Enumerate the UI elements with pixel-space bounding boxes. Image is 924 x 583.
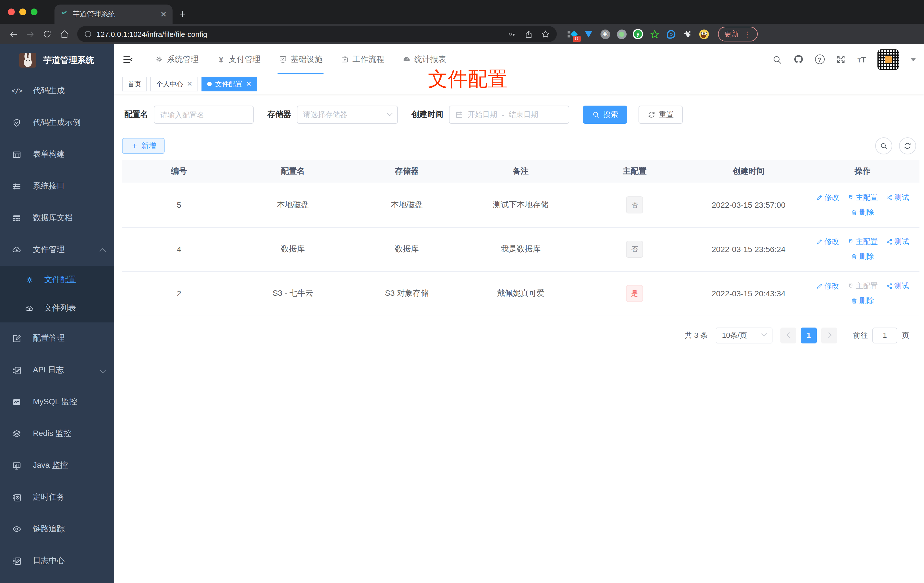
col-remark: 备注 — [464, 160, 578, 183]
user-avatar[interactable] — [878, 49, 899, 69]
sidebar-item-scheduled-tasks[interactable]: 定时任务 — [0, 481, 114, 513]
address-bar[interactable]: 127.0.0.1:1024/infra/file/file-config — [77, 26, 557, 42]
browser-menu-icon[interactable]: ⋮ — [744, 30, 751, 38]
header-tools: ? TT — [772, 49, 916, 69]
delete-link[interactable]: 删除 — [851, 296, 874, 306]
home-button[interactable] — [57, 27, 71, 41]
nav-infrastructure[interactable]: 基础设施 — [272, 44, 329, 74]
sidebar-item-tracing[interactable]: 链路追踪 — [0, 513, 114, 545]
sidebar-item-api-log[interactable]: API 日志 — [0, 354, 114, 386]
new-tab-button[interactable]: + — [179, 8, 186, 20]
tab-close-icon[interactable]: ✕ — [160, 10, 167, 19]
file-config-table: 编号 配置名 存储器 备注 主配置 创建时间 操作 5 本地磁盘 — [122, 160, 919, 316]
yen-icon: ¥ — [217, 55, 225, 64]
window-close-button[interactable] — [8, 8, 15, 15]
current-page-button[interactable]: 1 — [801, 327, 817, 343]
extension-y-icon[interactable]: y — [633, 29, 643, 39]
nav-payment-management[interactable]: ¥支付管理 — [210, 44, 267, 74]
sidebar-item-file-management[interactable]: 文件管理 — [0, 234, 114, 266]
table-row: 2 S3 - 七牛云 S3 对象存储 戴佩妮真可爱 是 2022-03-15 2… — [122, 271, 919, 315]
set-master-link[interactable]: 主配置 — [847, 192, 878, 203]
extension-tabs-icon[interactable]: 11 — [567, 29, 577, 39]
tag-file-config[interactable]: 文件配置✕ — [201, 77, 257, 91]
tag-close-icon[interactable]: ✕ — [187, 80, 192, 88]
back-button[interactable] — [6, 27, 20, 41]
sidebar-item-file-list[interactable]: 文件列表 — [0, 294, 114, 322]
edit-link[interactable]: 修改 — [816, 281, 839, 291]
sidebar: 芋道管理系统 </>代码生成 代码生成示例 表单构建 系统接口 数据库文档 文件… — [0, 44, 114, 583]
search-button[interactable]: 搜索 — [583, 106, 627, 124]
sidebar-item-form-builder[interactable]: 表单构建 — [0, 139, 114, 170]
search-icon[interactable] — [772, 54, 782, 64]
test-link[interactable]: 测试 — [886, 281, 909, 291]
add-button[interactable]: ＋新增 — [122, 138, 165, 154]
browser-tab[interactable]: 芋道管理系统 ✕ — [54, 5, 173, 24]
tag-home[interactable]: 首页 — [122, 77, 147, 91]
nav-workflow[interactable]: 工作流程 — [334, 44, 391, 74]
reset-button[interactable]: 重置 — [639, 106, 683, 124]
cell-created: 2022-03-15 23:57:00 — [691, 183, 805, 227]
cell-created: 2022-03-15 20:43:34 — [691, 271, 805, 315]
prev-page-button[interactable] — [780, 327, 796, 343]
fullscreen-icon[interactable] — [836, 54, 846, 64]
sidebar-collapse-icon[interactable] — [122, 54, 134, 65]
sidebar-item-config-management[interactable]: 配置管理 — [0, 322, 114, 354]
bookmark-star-icon[interactable] — [541, 30, 550, 39]
user-menu-caret-icon[interactable] — [911, 58, 916, 61]
window-minimize-button[interactable] — [19, 8, 26, 15]
plus-icon: ＋ — [130, 141, 139, 151]
extension-gem-icon[interactable] — [584, 29, 594, 39]
extension-badge: 11 — [573, 36, 581, 42]
sidebar-item-log-center[interactable]: 日志中心 — [0, 545, 114, 577]
refresh-list-button[interactable] — [899, 137, 916, 154]
cell-storage: 本地磁盘 — [350, 183, 464, 227]
show-search-toggle-button[interactable] — [875, 137, 892, 154]
delete-link[interactable]: 删除 — [851, 207, 874, 217]
config-name-field[interactable] — [154, 106, 254, 124]
extension-emoji-icon[interactable] — [699, 29, 709, 39]
sidebar-item-mysql-monitor[interactable]: MySQL 监控 — [0, 386, 114, 418]
sidebar-item-db-doc[interactable]: 数据库文档 — [0, 202, 114, 234]
nav-system-management[interactable]: 系统管理 — [148, 44, 205, 74]
extension-dot-icon[interactable] — [616, 29, 627, 39]
browser-update-button[interactable]: 更新 ⋮ — [718, 27, 758, 41]
sidebar-item-java-monitor[interactable]: Java 监控 — [0, 449, 114, 481]
site-info-icon[interactable] — [84, 30, 92, 38]
goto-page-input[interactable] — [872, 327, 897, 343]
sidebar-item-redis-monitor[interactable]: Redis 监控 — [0, 418, 114, 449]
test-link[interactable]: 测试 — [886, 237, 909, 247]
window-zoom-button[interactable] — [31, 8, 38, 15]
extension-command-icon[interactable]: ⌘ — [600, 29, 610, 39]
extension-star-icon[interactable] — [649, 29, 660, 39]
sidebar-logo: 芋道管理系统 — [0, 44, 114, 75]
date-range-picker[interactable]: 开始日期 - 结束日期 — [449, 106, 569, 124]
password-key-icon[interactable] — [507, 30, 516, 39]
storage-select[interactable]: 请选择存储器 — [297, 106, 398, 124]
test-link[interactable]: 测试 — [886, 192, 909, 203]
delete-link[interactable]: 删除 — [851, 251, 874, 262]
edit-link[interactable]: 修改 — [816, 192, 839, 203]
sidebar-item-system-api[interactable]: 系统接口 — [0, 170, 114, 202]
edit-link[interactable]: 修改 — [816, 237, 839, 247]
page-content: 配置名 存储器 请选择存储器 创建时间 开始日期 - 结束日期 搜索 重置 — [114, 94, 924, 583]
sidebar-item-code-example[interactable]: 代码生成示例 — [0, 107, 114, 139]
tag-close-icon[interactable]: ✕ — [246, 80, 251, 88]
next-page-button[interactable] — [821, 327, 837, 343]
font-size-icon[interactable]: TT — [857, 55, 866, 64]
extensions-puzzle-icon[interactable] — [682, 29, 693, 39]
sidebar-item-file-config[interactable]: 文件配置 — [0, 266, 114, 294]
cell-storage: S3 对象存储 — [350, 271, 464, 315]
share-icon[interactable] — [525, 30, 533, 38]
page-size-select[interactable]: 10条/页 — [716, 327, 772, 343]
set-master-link[interactable]: 主配置 — [847, 237, 878, 247]
help-icon[interactable]: ? — [815, 55, 824, 64]
sidebar-item-code-generation[interactable]: </>代码生成 — [0, 75, 114, 107]
reload-button[interactable] — [40, 27, 54, 41]
config-name-input[interactable] — [160, 111, 248, 119]
master-badge: 否 — [626, 241, 643, 258]
url-text[interactable]: 127.0.0.1:1024/infra/file/file-config — [96, 30, 503, 38]
github-icon[interactable] — [793, 54, 804, 64]
forward-button[interactable] — [23, 27, 38, 41]
extension-eye-icon[interactable] — [666, 29, 676, 39]
tag-profile[interactable]: 个人中心✕ — [150, 77, 198, 91]
